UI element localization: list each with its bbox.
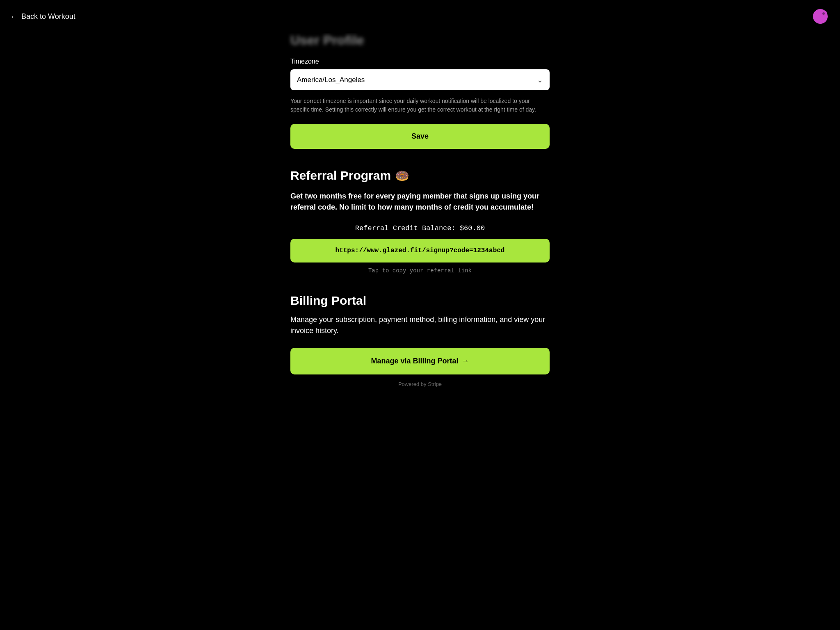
user-profile-section: User Profile Timezone America/Los_Angele… bbox=[290, 33, 550, 169]
main-content: User Profile Timezone America/Los_Angele… bbox=[281, 0, 559, 423]
top-navigation: ← Back to Workout bbox=[0, 0, 840, 33]
timezone-description: Your correct timezone is important since… bbox=[290, 97, 550, 114]
referral-emoji-icon: 🍩 bbox=[395, 169, 409, 183]
back-arrow-icon: ← bbox=[10, 12, 18, 21]
referral-title: Referral Program 🍩 bbox=[290, 169, 550, 183]
billing-portal-title: Billing Portal bbox=[290, 294, 550, 308]
back-to-workout-button[interactable]: ← Back to Workout bbox=[10, 12, 75, 21]
referral-copy-hint: Tap to copy your referral link bbox=[290, 267, 550, 274]
timezone-label: Timezone bbox=[290, 58, 550, 65]
save-button[interactable]: Save bbox=[290, 124, 550, 149]
referral-description: Get two months free for every paying mem… bbox=[290, 191, 550, 213]
svg-point-2 bbox=[822, 12, 825, 15]
referral-credit-balance: Referral Credit Balance: $60.00 bbox=[290, 224, 550, 232]
billing-portal-button-label: Manage via Billing Portal bbox=[371, 357, 458, 365]
referral-link-text[interactable]: Get two months free bbox=[290, 192, 362, 200]
powered-by-label: Powered by Stripe bbox=[290, 381, 550, 387]
app-logo bbox=[812, 7, 830, 25]
billing-description: Manage your subscription, payment method… bbox=[290, 314, 550, 336]
referral-section: Referral Program 🍩 Get two months free f… bbox=[290, 169, 550, 274]
referral-program-heading: Referral Program bbox=[290, 169, 391, 183]
billing-section: Billing Portal Manage your subscription,… bbox=[290, 294, 550, 387]
back-button-label: Back to Workout bbox=[21, 12, 75, 21]
timezone-select[interactable]: America/Los_Angeles bbox=[290, 69, 550, 90]
billing-portal-arrow-icon: → bbox=[462, 357, 469, 365]
referral-link-copy-button[interactable]: https://www.glazed.fit/signup?code=1234a… bbox=[290, 239, 550, 262]
timezone-select-wrapper: America/Los_Angeles ⌄ bbox=[290, 69, 550, 90]
user-profile-title: User Profile bbox=[290, 33, 550, 48]
billing-portal-button[interactable]: Manage via Billing Portal → bbox=[290, 348, 550, 374]
